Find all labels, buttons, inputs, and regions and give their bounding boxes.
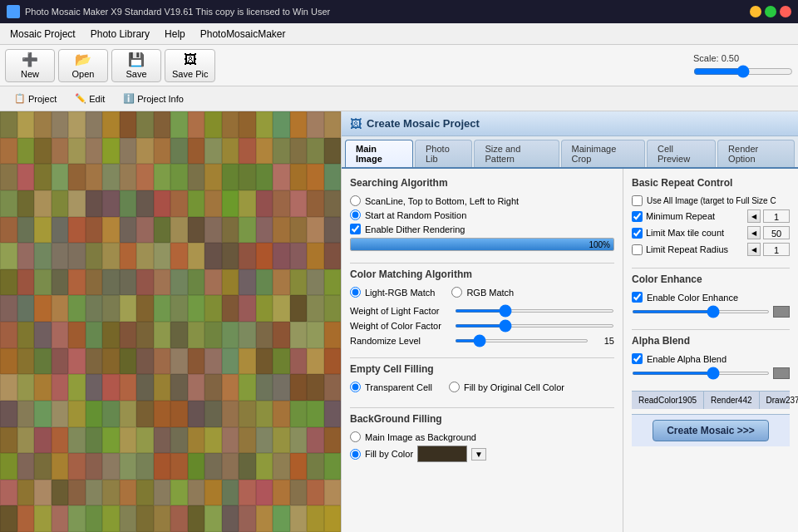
divider-5 (632, 329, 790, 330)
open-button[interactable]: 📂 Open (58, 49, 108, 82)
bg-color-swatch[interactable] (417, 446, 467, 462)
mosaic-cell (136, 348, 154, 375)
alpha-blend-slider[interactable] (632, 372, 770, 375)
menu-mosaic-project[interactable]: Mosaic Project (3, 27, 82, 42)
min-repeat-checkbox[interactable] (632, 211, 643, 222)
min-repeat-dec-btn[interactable]: ◀ (747, 209, 761, 223)
mosaic-cell (290, 453, 308, 480)
mosaic-cell (290, 401, 308, 427)
mosaic-cell (204, 480, 222, 506)
maximize-button[interactable] (765, 6, 776, 17)
mosaic-cell (17, 480, 35, 506)
mosaic-cell (34, 111, 52, 138)
mosaic-cell (324, 269, 342, 296)
tab-render-option[interactable]: Render Option (717, 140, 795, 167)
mosaic-cell (290, 505, 308, 532)
mosaic-cell (154, 138, 171, 165)
mosaic-cell (273, 348, 290, 375)
mosaic-cell (17, 111, 35, 138)
projectinfo-button[interactable]: ℹ️ Project Info (116, 91, 191, 106)
tab-size-pattern[interactable]: Size and Pattern (474, 140, 559, 167)
color-enhance-checkbox[interactable] (632, 292, 643, 303)
mosaic-cell (102, 348, 120, 375)
mosaic-cell (256, 427, 273, 454)
tab-cell-preview[interactable]: Cell Preview (647, 140, 716, 167)
mosaic-cell (307, 505, 324, 532)
mosaic-cell (239, 505, 256, 532)
mosaic-cell (239, 243, 256, 269)
dither-checkbox[interactable] (350, 224, 361, 234)
transparent-radio-row: Transparent Cell (350, 382, 432, 392)
tab-main-image[interactable]: Main Image (345, 140, 413, 167)
mosaic-cell (307, 322, 324, 348)
menu-photo-library[interactable]: Photo Library (84, 27, 156, 42)
mosaic-cell (273, 269, 290, 296)
mosaic-cell (154, 164, 171, 190)
mosaic-cell (290, 322, 308, 348)
mosaic-cell (324, 427, 342, 454)
color-factor-label: Weight of Color Factor (350, 321, 450, 331)
save-button[interactable]: 💾 Save (111, 49, 161, 82)
tab-mainimage-crop[interactable]: Mainimage Crop (561, 140, 645, 167)
new-button[interactable]: ➕ New (5, 49, 55, 82)
limit-max-tile-dec-btn[interactable]: ◀ (747, 226, 761, 239)
mosaic-cell (307, 269, 324, 296)
create-mosaic-button[interactable]: Create Mosaic >>> (653, 420, 769, 441)
menu-photomosaicmaker[interactable]: PhotoMosaicMaker (194, 27, 293, 42)
color-dropdown-btn[interactable]: ▼ (471, 448, 486, 461)
random-radio[interactable] (350, 209, 361, 220)
color-factor-slider[interactable] (455, 324, 614, 328)
mosaic-cell (290, 111, 308, 138)
mosaic-cell (136, 453, 154, 480)
empty-filling-section: Empty Cell Filling Transparent Cell Fill… (350, 363, 614, 396)
mainimage-bg-radio[interactable] (350, 431, 361, 442)
limit-repeat-radius-dec-btn[interactable]: ◀ (747, 243, 761, 256)
mosaic-cell (188, 322, 205, 348)
mosaic-cell (188, 427, 205, 454)
edit-button[interactable]: ✏️ Edit (67, 91, 112, 106)
mosaic-cell (17, 243, 35, 269)
limit-repeat-radius-checkbox[interactable] (632, 244, 643, 255)
close-button[interactable] (780, 6, 791, 17)
menu-help[interactable]: Help (158, 27, 192, 42)
mosaic-cell (256, 295, 273, 322)
scale-slider[interactable] (693, 65, 793, 78)
mosaic-cell (52, 401, 69, 427)
mosaic-cell (136, 427, 154, 454)
create-area: Create Mosaic >>> (632, 414, 790, 446)
mosaic-cell (273, 295, 290, 322)
mosaic-cell (204, 453, 222, 480)
mosaic-cell (273, 374, 290, 401)
mosaic-cell (290, 164, 308, 190)
scanline-radio[interactable] (350, 195, 361, 206)
mosaic-cell (256, 505, 273, 532)
project-button[interactable]: 📋 Project (7, 91, 64, 106)
light-factor-slider[interactable] (455, 309, 614, 313)
mosaic-cell (102, 190, 120, 217)
savepic-button[interactable]: 🖼 Save Pic (165, 49, 215, 82)
mosaic-cell (204, 111, 222, 138)
mosaic-cell (86, 427, 103, 454)
lightrgb-radio[interactable] (350, 287, 361, 298)
min-repeat-row: Minimum Repeat ◀ 1 (632, 209, 790, 223)
color-enhance-slider[interactable] (632, 310, 770, 313)
original-color-radio[interactable] (449, 382, 460, 392)
mosaic-cell (290, 480, 308, 506)
transparent-label: Transparent Cell (365, 382, 432, 392)
mosaic-cell (204, 243, 222, 269)
minimize-button[interactable] (750, 6, 761, 17)
mosaic-cell (86, 322, 103, 348)
mosaic-cell (222, 480, 239, 506)
tab-photo-lib[interactable]: Photo Lib (415, 140, 472, 167)
limit-max-tile-checkbox[interactable] (632, 228, 643, 239)
randomize-slider[interactable] (455, 339, 589, 342)
mosaic-cell (86, 374, 103, 401)
use-all-image-checkbox[interactable] (632, 195, 643, 206)
mosaic-cell (102, 401, 120, 427)
color-bg-radio[interactable] (350, 449, 361, 460)
mosaic-cell (86, 480, 103, 506)
rgb-radio[interactable] (451, 287, 462, 298)
alpha-blend-checkbox[interactable] (632, 353, 643, 364)
mainimage-bg-radio-row: Main Image as Background (350, 431, 614, 442)
transparent-radio[interactable] (350, 382, 361, 392)
